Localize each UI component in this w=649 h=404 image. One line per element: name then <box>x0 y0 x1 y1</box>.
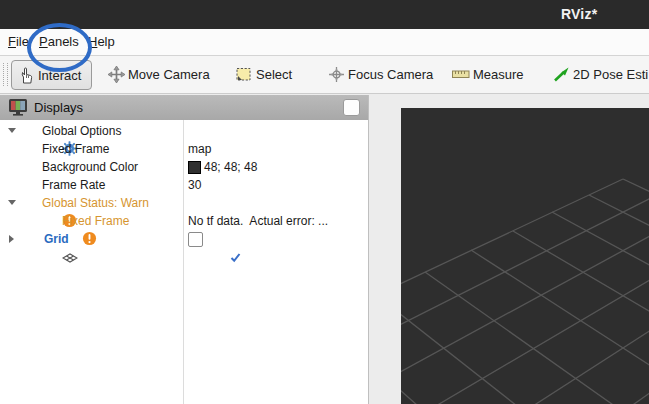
collapse-expander-icon[interactable] <box>8 200 16 205</box>
main-area: Displays <box>0 94 649 404</box>
focus-camera-icon <box>327 65 345 83</box>
tree-row-global-status[interactable]: Global Status: Warn <box>0 194 368 212</box>
tool-label: Measure <box>473 67 524 82</box>
tree-label: Fixed Frame <box>62 212 129 230</box>
tool-label: Select <box>256 67 292 82</box>
menu-panels[interactable]: Panels <box>39 29 79 55</box>
tree-row-fixed-frame[interactable]: Fixed Frame map <box>0 140 368 158</box>
collapse-expander-icon[interactable] <box>8 128 16 133</box>
property-value[interactable]: 48; 48; 48 <box>204 158 257 176</box>
menu-bar: File Panels Help <box>0 29 649 56</box>
ground-grid <box>401 108 649 404</box>
property-value[interactable]: map <box>188 140 211 158</box>
tool-measure-button[interactable]: Measure <box>452 60 524 88</box>
menu-help[interactable]: Help <box>88 29 115 55</box>
displays-tree: Global Options Fixed Frame map Backgroun… <box>0 120 368 404</box>
tree-label: Frame Rate <box>42 176 105 194</box>
tool-move-camera-button[interactable]: Move Camera <box>107 60 210 88</box>
gear-icon <box>22 123 38 139</box>
2d-pose-estimate-icon <box>552 65 570 83</box>
interact-hand-icon <box>17 66 35 84</box>
toolbar-grip-handle[interactable] <box>3 63 8 86</box>
warning-icon <box>22 195 38 211</box>
tree-label: Background Color <box>42 158 138 176</box>
status-message: No tf data. Actual error: ... <box>188 212 328 230</box>
rviz-window: RViz* File Panels Help Interact <box>0 0 649 404</box>
tool-label: Move Camera <box>128 67 210 82</box>
tree-label: Global Status: Warn <box>42 194 149 212</box>
tree-label: Global Options <box>42 122 121 140</box>
tree-row-grid[interactable]: Grid <box>0 230 368 248</box>
warning-icon <box>42 213 58 229</box>
tree-row-background-color[interactable]: Background Color 48; 48; 48 <box>0 158 368 176</box>
move-camera-icon <box>107 65 125 83</box>
menu-file[interactable]: File <box>8 29 29 55</box>
color-swatch[interactable] <box>188 161 201 174</box>
grid-enabled-checkbox[interactable] <box>188 232 203 247</box>
tool-label: Focus Camera <box>348 67 433 82</box>
tool-interact-button[interactable]: Interact <box>11 60 92 90</box>
tree-label: Fixed Frame <box>42 140 109 158</box>
tree-label: Grid <box>44 230 69 248</box>
measure-icon <box>452 65 470 83</box>
property-value[interactable]: 30 <box>188 176 201 194</box>
tool-2d-pose-estimate-button[interactable]: 2D Pose Esti <box>552 60 648 88</box>
render-viewport-3d[interactable] <box>401 108 649 404</box>
displays-panel: Displays <box>0 95 369 404</box>
title-bar: RViz* <box>0 0 649 29</box>
panel-float-button[interactable] <box>343 99 360 116</box>
tool-select-button[interactable]: Select <box>235 60 292 88</box>
expand-expander-icon[interactable] <box>9 235 14 243</box>
tree-row-fixed-frame-status[interactable]: Fixed Frame No tf data. Actual error: ..… <box>0 212 368 230</box>
grid-icon <box>22 233 38 249</box>
tool-label: Interact <box>38 68 81 83</box>
displays-panel-header[interactable]: Displays <box>0 95 368 121</box>
tool-focus-camera-button[interactable]: Focus Camera <box>327 60 433 88</box>
select-icon <box>235 65 253 83</box>
tool-label: 2D Pose Esti <box>573 67 648 82</box>
window-title: RViz* <box>561 0 597 29</box>
tree-row-frame-rate[interactable]: Frame Rate 30 <box>0 176 368 194</box>
toolbar: Interact Move Camera Sele <box>0 56 649 94</box>
displays-panel-title: Displays <box>34 95 83 120</box>
tree-row-global-options[interactable]: Global Options <box>0 122 368 140</box>
monitor-icon <box>8 98 28 121</box>
